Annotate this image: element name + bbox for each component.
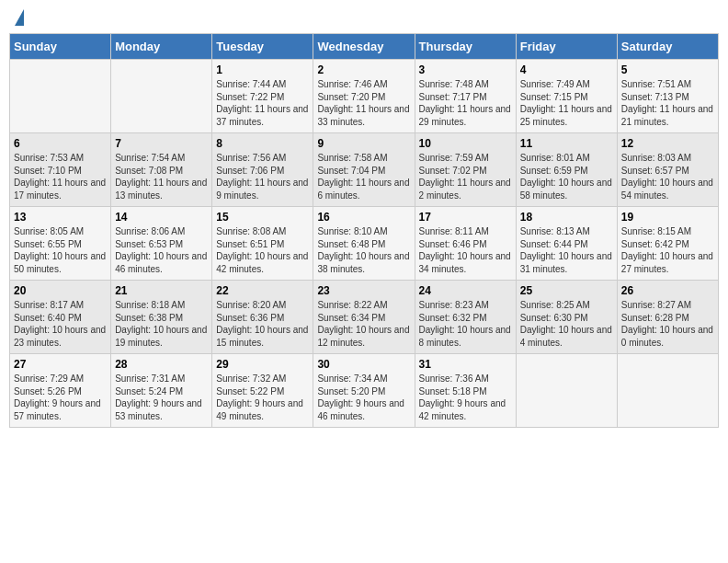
day-header-monday: Monday — [111, 34, 212, 60]
day-number: 14 — [115, 211, 208, 224]
day-header-saturday: Saturday — [617, 34, 718, 60]
day-number: 22 — [216, 284, 309, 297]
day-number: 28 — [115, 358, 208, 371]
calendar-cell: 8Sunrise: 7:56 AM Sunset: 7:06 PM Daylig… — [212, 133, 313, 207]
day-number: 29 — [216, 358, 309, 371]
day-number: 7 — [115, 137, 208, 150]
day-number: 8 — [216, 137, 309, 150]
logo — [13, 9, 24, 26]
day-info: Sunrise: 8:22 AM Sunset: 6:34 PM Dayligh… — [317, 299, 410, 349]
day-number: 20 — [14, 284, 107, 297]
day-number: 9 — [317, 137, 410, 150]
day-info: Sunrise: 7:58 AM Sunset: 7:04 PM Dayligh… — [317, 152, 410, 201]
calendar-cell: 25Sunrise: 8:25 AM Sunset: 6:30 PM Dayli… — [516, 281, 617, 354]
calendar-cell: 2Sunrise: 7:46 AM Sunset: 7:20 PM Daylig… — [313, 60, 415, 133]
day-info: Sunrise: 8:05 AM Sunset: 6:55 PM Dayligh… — [14, 225, 107, 275]
calendar-cell: 5Sunrise: 7:51 AM Sunset: 7:13 PM Daylig… — [617, 60, 718, 133]
calendar-cell: 4Sunrise: 7:49 AM Sunset: 7:15 PM Daylig… — [516, 60, 617, 133]
day-number: 11 — [520, 137, 613, 150]
day-number: 1 — [216, 63, 309, 76]
day-info: Sunrise: 7:34 AM Sunset: 5:20 PM Dayligh… — [317, 373, 410, 422]
day-header-tuesday: Tuesday — [212, 34, 313, 60]
calendar-cell: 24Sunrise: 8:23 AM Sunset: 6:32 PM Dayli… — [415, 281, 516, 354]
day-number: 15 — [216, 211, 309, 224]
calendar-cell: 19Sunrise: 8:15 AM Sunset: 6:42 PM Dayli… — [617, 207, 718, 281]
day-number: 13 — [14, 211, 107, 224]
page-header — [9, 9, 719, 26]
day-info: Sunrise: 8:18 AM Sunset: 6:38 PM Dayligh… — [115, 299, 208, 349]
day-info: Sunrise: 7:53 AM Sunset: 7:10 PM Dayligh… — [14, 152, 107, 201]
logo-triangle-icon — [15, 9, 24, 26]
day-number: 26 — [621, 284, 714, 297]
day-info: Sunrise: 7:48 AM Sunset: 7:17 PM Dayligh… — [419, 78, 512, 128]
day-info: Sunrise: 8:10 AM Sunset: 6:48 PM Dayligh… — [317, 225, 410, 275]
calendar-cell — [617, 354, 718, 428]
week-row-4: 20Sunrise: 8:17 AM Sunset: 6:40 PM Dayli… — [10, 281, 719, 354]
day-info: Sunrise: 8:25 AM Sunset: 6:30 PM Dayligh… — [520, 299, 613, 349]
calendar-cell: 22Sunrise: 8:20 AM Sunset: 6:36 PM Dayli… — [212, 281, 313, 354]
day-number: 18 — [520, 211, 613, 224]
day-info: Sunrise: 8:11 AM Sunset: 6:46 PM Dayligh… — [419, 225, 512, 275]
day-number: 19 — [621, 211, 714, 224]
day-number: 5 — [621, 63, 714, 76]
day-number: 16 — [317, 211, 410, 224]
day-number: 27 — [14, 358, 107, 371]
day-number: 10 — [419, 137, 512, 150]
day-info: Sunrise: 7:56 AM Sunset: 7:06 PM Dayligh… — [216, 152, 309, 201]
calendar-cell: 28Sunrise: 7:31 AM Sunset: 5:24 PM Dayli… — [111, 354, 212, 428]
calendar-cell: 31Sunrise: 7:36 AM Sunset: 5:18 PM Dayli… — [415, 354, 516, 428]
calendar-cell — [516, 354, 617, 428]
day-number: 24 — [419, 284, 512, 297]
calendar-cell: 14Sunrise: 8:06 AM Sunset: 6:53 PM Dayli… — [111, 207, 212, 281]
calendar-cell: 11Sunrise: 8:01 AM Sunset: 6:59 PM Dayli… — [516, 133, 617, 207]
day-number: 25 — [520, 284, 613, 297]
day-info: Sunrise: 8:27 AM Sunset: 6:28 PM Dayligh… — [621, 299, 714, 349]
calendar-cell: 16Sunrise: 8:10 AM Sunset: 6:48 PM Dayli… — [313, 207, 415, 281]
calendar-cell: 10Sunrise: 7:59 AM Sunset: 7:02 PM Dayli… — [415, 133, 516, 207]
day-number: 12 — [621, 137, 714, 150]
week-row-2: 6Sunrise: 7:53 AM Sunset: 7:10 PM Daylig… — [10, 133, 719, 207]
week-row-1: 1Sunrise: 7:44 AM Sunset: 7:22 PM Daylig… — [10, 60, 719, 133]
week-row-3: 13Sunrise: 8:05 AM Sunset: 6:55 PM Dayli… — [10, 207, 719, 281]
calendar-cell: 9Sunrise: 7:58 AM Sunset: 7:04 PM Daylig… — [313, 133, 415, 207]
day-header-wednesday: Wednesday — [313, 34, 415, 60]
day-number: 21 — [115, 284, 208, 297]
day-header-sunday: Sunday — [10, 34, 111, 60]
day-number: 17 — [419, 211, 512, 224]
week-row-5: 27Sunrise: 7:29 AM Sunset: 5:26 PM Dayli… — [10, 354, 719, 428]
calendar-cell: 21Sunrise: 8:18 AM Sunset: 6:38 PM Dayli… — [111, 281, 212, 354]
day-info: Sunrise: 8:03 AM Sunset: 6:57 PM Dayligh… — [621, 152, 714, 201]
day-number: 31 — [419, 358, 512, 371]
calendar-cell: 13Sunrise: 8:05 AM Sunset: 6:55 PM Dayli… — [10, 207, 111, 281]
calendar-cell: 3Sunrise: 7:48 AM Sunset: 7:17 PM Daylig… — [415, 60, 516, 133]
calendar-cell: 20Sunrise: 8:17 AM Sunset: 6:40 PM Dayli… — [10, 281, 111, 354]
day-number: 4 — [520, 63, 613, 76]
day-info: Sunrise: 7:32 AM Sunset: 5:22 PM Dayligh… — [216, 373, 309, 422]
day-number: 2 — [317, 63, 410, 76]
calendar-header-row: SundayMondayTuesdayWednesdayThursdayFrid… — [10, 34, 719, 60]
calendar-cell: 1Sunrise: 7:44 AM Sunset: 7:22 PM Daylig… — [212, 60, 313, 133]
day-info: Sunrise: 8:13 AM Sunset: 6:44 PM Dayligh… — [520, 225, 613, 275]
day-info: Sunrise: 8:06 AM Sunset: 6:53 PM Dayligh… — [115, 225, 208, 275]
day-info: Sunrise: 7:54 AM Sunset: 7:08 PM Dayligh… — [115, 152, 208, 201]
day-number: 3 — [419, 63, 512, 76]
calendar-cell: 30Sunrise: 7:34 AM Sunset: 5:20 PM Dayli… — [313, 354, 415, 428]
day-info: Sunrise: 7:31 AM Sunset: 5:24 PM Dayligh… — [115, 373, 208, 422]
calendar-cell: 26Sunrise: 8:27 AM Sunset: 6:28 PM Dayli… — [617, 281, 718, 354]
day-info: Sunrise: 8:08 AM Sunset: 6:51 PM Dayligh… — [216, 225, 309, 275]
day-info: Sunrise: 8:15 AM Sunset: 6:42 PM Dayligh… — [621, 225, 714, 275]
calendar-table: SundayMondayTuesdayWednesdayThursdayFrid… — [9, 33, 719, 428]
calendar-cell: 23Sunrise: 8:22 AM Sunset: 6:34 PM Dayli… — [313, 281, 415, 354]
calendar-cell: 7Sunrise: 7:54 AM Sunset: 7:08 PM Daylig… — [111, 133, 212, 207]
calendar-cell: 17Sunrise: 8:11 AM Sunset: 6:46 PM Dayli… — [415, 207, 516, 281]
day-header-thursday: Thursday — [415, 34, 516, 60]
calendar-cell: 6Sunrise: 7:53 AM Sunset: 7:10 PM Daylig… — [10, 133, 111, 207]
day-info: Sunrise: 7:51 AM Sunset: 7:13 PM Dayligh… — [621, 78, 714, 128]
calendar-cell: 15Sunrise: 8:08 AM Sunset: 6:51 PM Dayli… — [212, 207, 313, 281]
calendar-cell: 29Sunrise: 7:32 AM Sunset: 5:22 PM Dayli… — [212, 354, 313, 428]
day-info: Sunrise: 7:59 AM Sunset: 7:02 PM Dayligh… — [419, 152, 512, 201]
day-info: Sunrise: 7:44 AM Sunset: 7:22 PM Dayligh… — [216, 78, 309, 128]
day-number: 23 — [317, 284, 410, 297]
day-info: Sunrise: 8:01 AM Sunset: 6:59 PM Dayligh… — [520, 152, 613, 201]
day-number: 6 — [14, 137, 107, 150]
